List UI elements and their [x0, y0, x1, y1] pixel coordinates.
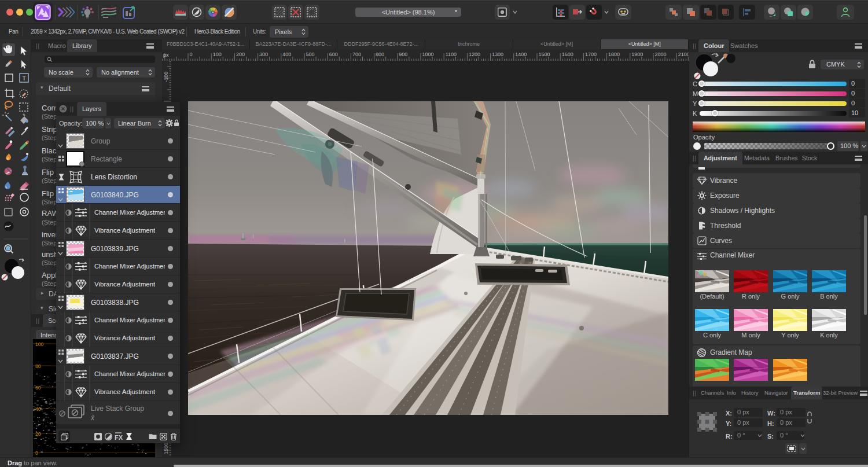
svg-text:700: 700 — [352, 52, 361, 57]
svg-text:1500: 1500 — [163, 443, 169, 454]
svg-text:2100: 2100 — [678, 52, 689, 57]
svg-text:1200: 1200 — [469, 52, 480, 57]
svg-text:1700: 1700 — [585, 52, 597, 57]
svg-text:500: 500 — [306, 52, 315, 57]
svg-text:40: 40 — [35, 406, 41, 412]
svg-text:0: 0 — [190, 52, 193, 57]
svg-text:1100: 1100 — [446, 52, 457, 57]
svg-text:600: 600 — [329, 52, 338, 57]
svg-text:2000: 2000 — [655, 52, 667, 57]
svg-text:FX: FX — [115, 434, 123, 441]
svg-text:80: 80 — [35, 363, 41, 369]
svg-text:800: 800 — [376, 52, 384, 57]
svg-text:1900: 1900 — [631, 52, 643, 57]
svg-text:1600: 1600 — [562, 52, 573, 57]
svg-text:-100: -100 — [163, 72, 169, 82]
svg-text:1400: 1400 — [515, 52, 527, 57]
svg-text:900: 900 — [399, 52, 407, 57]
svg-text:0: 0 — [35, 450, 38, 456]
svg-text:200: 200 — [236, 52, 245, 57]
svg-text:100: 100 — [35, 341, 43, 347]
svg-text:100: 100 — [213, 52, 222, 57]
svg-text:1800: 1800 — [608, 52, 620, 57]
svg-text:T: T — [22, 75, 26, 82]
svg-text:1500: 1500 — [539, 52, 550, 57]
svg-text:1300: 1300 — [492, 52, 503, 57]
svg-text:1000: 1000 — [422, 52, 434, 57]
svg-text:300: 300 — [259, 52, 268, 57]
svg-text:400: 400 — [282, 52, 291, 57]
